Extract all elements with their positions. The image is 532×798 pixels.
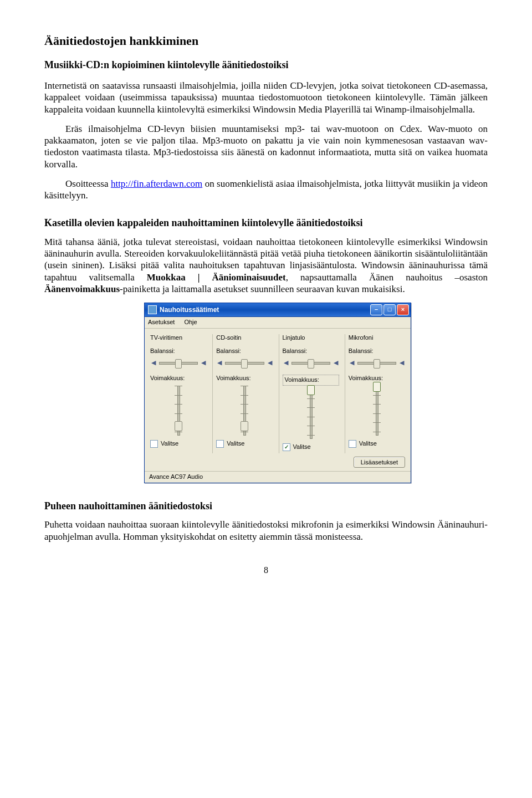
section3-p1: Puhetta voidaan nauhoittaa suoraan kiint… <box>44 519 488 543</box>
select-checkbox-row[interactable]: Valitse <box>150 440 207 448</box>
section2-p1-b: Muokkaa | Ääniominaisuudet <box>147 272 286 283</box>
checkbox-icon[interactable]: ✓ <box>283 443 290 451</box>
close-button[interactable]: × <box>397 304 409 315</box>
speaker-right-icon: ◀ <box>200 360 207 366</box>
checkbox-icon[interactable] <box>349 440 356 448</box>
checkbox-icon[interactable] <box>150 440 158 448</box>
section1-p3: Osoitteessa http://fin.afterdawn.com on … <box>44 178 488 202</box>
speaker-right-icon: ◀ <box>398 360 405 366</box>
minimize-button[interactable]: – <box>370 304 382 315</box>
speaker-right-icon: ◀ <box>332 360 339 366</box>
checkbox-icon[interactable] <box>216 440 224 448</box>
menu-settings[interactable]: Asetukset <box>148 319 175 325</box>
volume-label: Voimakkuus: <box>216 375 273 382</box>
select-label: Valitse <box>359 440 377 448</box>
volume-label: Voimakkuus: <box>283 375 339 386</box>
balance-slider[interactable]: ◀◀ <box>216 357 273 369</box>
section2-p1-e: -painiketta ja laittamalla asetukset suu… <box>120 284 405 294</box>
balance-label: Balanssi: <box>349 347 405 355</box>
channel-1: TV-viritimenBalanssi:◀◀Voimakkuus:Valits… <box>147 334 210 453</box>
select-checkbox-row[interactable]: Valitse <box>216 440 273 448</box>
menu-help[interactable]: Ohje <box>184 319 197 325</box>
dialog-titlebar[interactable]: Nauhoitussäätimet – □ × <box>145 303 411 317</box>
dialog-title: Nauhoitussäätimet <box>160 306 369 314</box>
channel-2: CD-soitinBalanssi:◀◀Voimakkuus:Valitse <box>212 334 276 453</box>
volume-slider[interactable] <box>216 385 273 434</box>
volume-icon <box>148 305 157 314</box>
volume-label: Voimakkuus: <box>150 375 207 382</box>
afterdawn-link[interactable]: http://fin.afterdawn.com <box>111 178 202 189</box>
balance-slider[interactable]: ◀◀ <box>150 357 207 369</box>
section1-p2: Eräs ilmaisohjelma CD-levyn biisien muun… <box>44 123 488 170</box>
section3-heading: Puheen nauhoittaminen äänitiedostoksi <box>44 500 488 513</box>
speaker-left-icon: ◀ <box>216 360 223 366</box>
section1-heading: Musiikki-CD:n kopioiminen kiintolevylle … <box>44 59 488 71</box>
channel-name: TV-viritimen <box>150 334 207 342</box>
balance-slider[interactable]: ◀◀ <box>349 357 405 369</box>
page-title: Äänitiedostojen hankkiminen <box>44 33 488 49</box>
section2-heading: Kasetilla olevien kappaleiden nauhoittam… <box>44 217 488 229</box>
dialog-statusbar: Avance AC97 Audio <box>145 471 411 483</box>
page-number: 8 <box>44 565 488 576</box>
channel-name: Mikrofoni <box>349 334 405 342</box>
speaker-left-icon: ◀ <box>283 360 289 366</box>
recording-controls-dialog: Nauhoitussäätimet – □ × Asetukset Ohje T… <box>144 303 411 483</box>
maximize-button[interactable]: □ <box>383 304 396 315</box>
channel-name: Linjatulo <box>283 334 339 342</box>
volume-slider[interactable] <box>349 385 405 434</box>
balance-label: Balanssi: <box>150 347 207 355</box>
speaker-left-icon: ◀ <box>150 360 157 366</box>
channel-4: MikrofoniBalanssi:◀◀Voimakkuus:Valitse <box>345 334 408 453</box>
select-checkbox-row[interactable]: ✓Valitse <box>283 443 339 451</box>
balance-label: Balanssi: <box>216 347 273 355</box>
volume-slider[interactable] <box>150 385 207 434</box>
section2-p1: Mitä tahansa ääniä, jotka tulevat stereo… <box>44 236 488 295</box>
select-label: Valitse <box>227 440 244 448</box>
channel-3: LinjatuloBalanssi:◀◀Voimakkuus:✓Valitse <box>279 334 342 453</box>
section1-p3-a: Osoitteessa <box>65 178 111 189</box>
select-checkbox-row[interactable]: Valitse <box>349 440 405 448</box>
speaker-left-icon: ◀ <box>349 360 355 366</box>
volume-label: Voimakkuus: <box>349 375 405 382</box>
advanced-button[interactable]: Lisäasetukset <box>354 457 405 468</box>
channel-name: CD-soitin <box>216 334 273 342</box>
volume-slider[interactable] <box>283 388 339 438</box>
section2-p1-d: Äänenvoimakkuus <box>44 284 120 294</box>
section2-p1-c: , napsauttamalla Äänen nauhoitus –osasto… <box>286 272 488 283</box>
dialog-menubar: Asetukset Ohje <box>145 317 411 329</box>
select-label: Valitse <box>293 443 311 451</box>
balance-label: Balanssi: <box>283 347 339 355</box>
speaker-right-icon: ◀ <box>267 360 273 366</box>
balance-slider[interactable]: ◀◀ <box>283 357 339 369</box>
select-label: Valitse <box>161 440 178 448</box>
section1-p1: Internetistä on saatavissa runsaasti ilm… <box>44 80 488 115</box>
